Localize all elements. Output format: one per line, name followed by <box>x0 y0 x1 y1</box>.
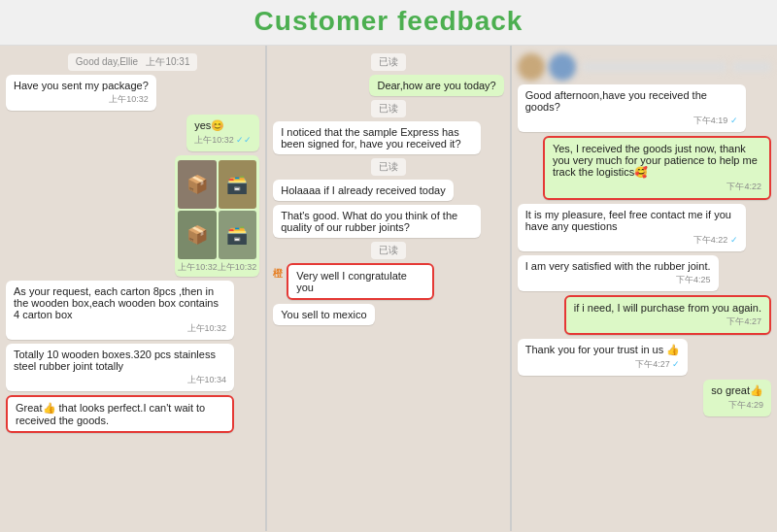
page-title: Customer feedback <box>254 6 524 36</box>
chat-bubble-sent: Dear,how are you today? <box>369 75 503 96</box>
chat-bubble: That's good. What do you think of the qu… <box>273 205 481 238</box>
system-message: Good day,Ellie 上午10:31 <box>6 53 259 71</box>
image-grid: 📦 🗃️ 📦 🗃️ <box>178 160 256 259</box>
chat-column-3: Good afternoon,have you received the goo… <box>512 46 777 531</box>
message-row: so great👍 下午4:29 <box>518 380 771 416</box>
message-row-images: 📦 🗃️ 📦 🗃️ 上午10:32 上午10:32 <box>6 155 259 277</box>
chat-bubble: I noticed that the sample Express has be… <box>273 121 481 154</box>
message-row: Dear,how are you today? <box>273 75 504 96</box>
message-row: As your request, each carton 8pcs ,then … <box>6 281 259 340</box>
system-message: 已读 <box>273 53 504 71</box>
message-row: Have you sent my package? 上午10:32 <box>6 75 259 111</box>
chat-bubble: It is my pleasure, feel free contact me … <box>518 204 746 251</box>
message-row: I am very satisfied with the rubber join… <box>518 255 771 291</box>
chat-bubble: Good afternoon,have you received the goo… <box>518 84 746 132</box>
chat-bubble-sent: yes😊 上午10:32 ✓✓ <box>186 115 259 151</box>
avatar-2 <box>549 53 576 81</box>
message-row-highlighted: if i need, I will purchase from you agai… <box>518 295 771 335</box>
message-row: That's good. What do you think of the qu… <box>273 205 504 238</box>
chat-bubble-highlighted: if i need, I will purchase from you agai… <box>564 295 771 335</box>
system-message: 已读 <box>273 242 504 259</box>
system-message: 已读 <box>273 158 504 176</box>
message-row-highlighted: Yes, I received the goods just now, than… <box>518 136 771 200</box>
chat-bubble: Have you sent my package? 上午10:32 <box>6 75 156 111</box>
chat-bubble-highlighted: Very well I congratulate you <box>287 263 434 300</box>
package-image: 🗃️ <box>219 160 257 209</box>
chat-bubble: You sell to mexico <box>273 304 374 325</box>
message-row: You sell to mexico <box>273 304 504 325</box>
chat-bubble: Thank you for your trust in us 👍 下午4:27 … <box>518 339 689 376</box>
message-row-highlighted: Great👍 that looks perfect.I can't wait t… <box>6 395 259 433</box>
chat-bubble-highlighted: Yes, I received the goods just now, than… <box>543 136 771 200</box>
package-image: 🗃️ <box>219 211 257 259</box>
contact-name-blur <box>582 62 726 72</box>
message-row: Totally 10 wooden boxes.320 pcs stainles… <box>6 344 259 391</box>
chat-bubble: As your request, each carton 8pcs ,then … <box>6 281 234 340</box>
message-label: 橙 <box>273 267 283 281</box>
message-row: I noticed that the sample Express has be… <box>273 121 504 154</box>
main-content: Good day,Ellie 上午10:31 Have you sent my … <box>0 46 777 531</box>
package-image: 📦 <box>178 211 217 259</box>
avatar-1 <box>518 53 545 81</box>
message-row: It is my pleasure, feel free contact me … <box>518 204 771 251</box>
chat-column-2: 已读 Dear,how are you today? 已读 I noticed … <box>267 46 511 531</box>
package-image: 📦 <box>178 160 217 209</box>
message-row: Holaaaa if I already received today <box>273 180 504 201</box>
chat-bubble: Totally 10 wooden boxes.320 pcs stainles… <box>6 344 234 391</box>
chat-bubble: I am very satisfied with the rubber join… <box>518 255 719 291</box>
contact-status-blur <box>732 62 771 72</box>
message-row-highlighted: 橙 Very well I congratulate you <box>273 263 504 300</box>
chat-column-1: Good day,Ellie 上午10:31 Have you sent my … <box>0 46 266 531</box>
chat-bubble-highlighted: Great👍 that looks perfect.I can't wait t… <box>6 395 234 433</box>
system-message: 已读 <box>273 100 504 117</box>
message-row: Good afternoon,have you received the goo… <box>518 84 771 132</box>
message-row: Thank you for your trust in us 👍 下午4:27 … <box>518 339 771 376</box>
chat-bubble-sent: so great👍 下午4:29 <box>703 380 771 416</box>
chat-bubble: Holaaaa if I already received today <box>273 180 453 201</box>
message-row: yes😊 上午10:32 ✓✓ <box>6 115 259 151</box>
chat-avatars <box>518 53 771 81</box>
page-header: Customer feedback <box>0 0 777 46</box>
